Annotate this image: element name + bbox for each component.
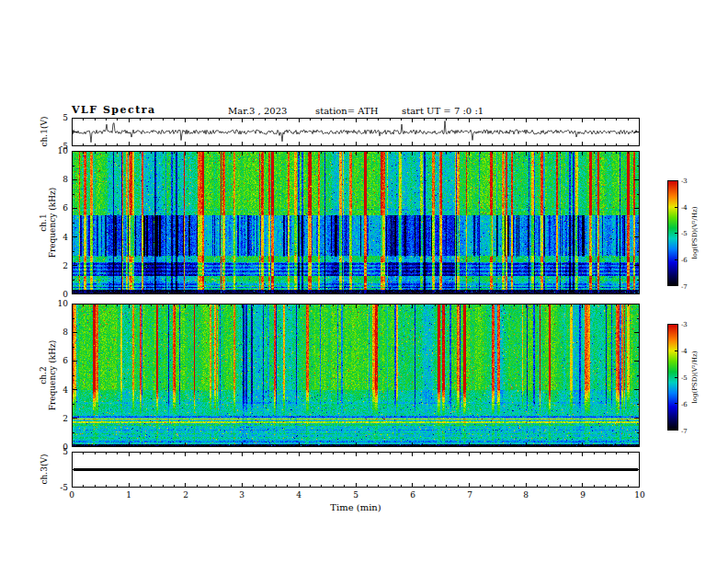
ch1-waveform-canvas — [72, 118, 640, 146]
figure-title: VLF Spectra — [72, 104, 156, 116]
ch1-spec-ylabel-line2: Frequency (kHz) — [48, 188, 57, 259]
x-tick-label: 3 — [231, 490, 253, 500]
colorbar-tick: -6 — [681, 401, 688, 408]
ch1-spec-ylabel: ch.1 Frequency (kHz) — [37, 172, 59, 273]
ch2-spec-ylabel-line1: ch.2 — [39, 366, 48, 384]
x-tick-label: 8 — [515, 490, 537, 500]
ch1-spec-ylabel-line1: ch.1 — [39, 213, 48, 231]
colorbar-tick: -3 — [681, 178, 688, 185]
ch2-spec-ylabel-line2: Frequency (kHz) — [48, 340, 57, 411]
ch2-colorbar-label: log(PSD)(V²/Hz) — [689, 331, 700, 423]
figure-start-ut: start UT = 7 :0 :1 — [402, 106, 483, 116]
figure-date: Mar.3 , 2023 — [228, 106, 287, 116]
ch1-wave-ylabel-text: ch.1(V) — [40, 117, 49, 147]
x-tick-label: 9 — [572, 490, 594, 500]
ch2-colorbar-label-text: log(PSD)(V²/Hz) — [691, 351, 699, 404]
ch1-colorbar-label-text: log(PSD)(V²/Hz) — [691, 207, 699, 259]
colorbar-tick: -4 — [681, 204, 688, 212]
x-tick-label: 10 — [629, 490, 651, 500]
x-tick-label: 5 — [345, 490, 367, 500]
ch2-spec-ytick: 10 — [40, 299, 68, 308]
ch3-wave-ylabel-text: ch.3(V) — [40, 454, 49, 485]
ch1-colorbar — [667, 180, 678, 286]
x-tick-label: 0 — [61, 490, 83, 500]
ch1-spectrogram-canvas — [72, 151, 640, 294]
vlf-spectra-figure: VLF Spectra Mar.3 , 2023 station= ATH st… — [0, 0, 728, 563]
ch2-spec-ylabel: ch.2 Frequency (kHz) — [37, 325, 59, 426]
colorbar-tick: -7 — [681, 283, 688, 291]
ch1-colorbar-label: log(PSD)(V²/Hz) — [689, 187, 700, 279]
x-tick-label: 1 — [118, 490, 140, 500]
x-axis-label: Time (min) — [310, 502, 402, 512]
x-tick-label: 4 — [288, 490, 310, 500]
ch3-wave-ylabel: ch.3(V) — [39, 442, 50, 497]
ch2-spectrogram-canvas — [72, 304, 640, 447]
colorbar-tick: -5 — [681, 230, 688, 237]
colorbar-tick: -6 — [681, 257, 688, 264]
x-tick-label: 2 — [175, 490, 197, 500]
figure-station: station= ATH — [315, 106, 378, 116]
ch1-spec-ytick: 10 — [40, 146, 68, 155]
colorbar-tick: -7 — [681, 428, 688, 435]
x-tick-label: 6 — [402, 490, 424, 500]
x-tick-label: 7 — [459, 490, 481, 500]
colorbar-tick: -3 — [681, 321, 688, 328]
ch2-colorbar — [667, 324, 678, 431]
colorbar-tick: -5 — [681, 374, 688, 382]
ch1-spec-ytick: 0 — [40, 290, 68, 299]
ch3-waveform-canvas — [72, 452, 640, 488]
colorbar-tick: -4 — [681, 348, 688, 355]
